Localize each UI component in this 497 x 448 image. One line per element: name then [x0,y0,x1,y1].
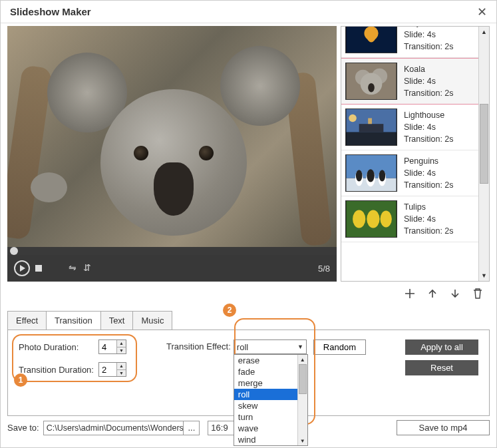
svg-rect-9 [359,124,384,132]
option-wave[interactable]: wave [234,423,297,434]
slide-item[interactable]: Tulips Slide: 4s Transition: 2s [341,196,478,242]
spin-down-icon[interactable]: ▼ [117,370,126,377]
transition-effect-value: roll [237,342,248,352]
save-to-label: Save to: [7,423,39,433]
transition-effect-label: Transition Effect: [166,341,231,351]
preview-decor [154,162,194,216]
flip-vertical-icon[interactable]: ⇵ [83,262,91,273]
add-slide-icon[interactable] [403,287,416,300]
transition-effect-dropdown[interactable]: roll ▼ erase fade merge roll skew turn w… [234,339,307,354]
transition-panel: Photo Duration: ▲▼ Transition Duration: … [7,330,490,416]
window-title: Slideshow Maker [10,6,91,17]
preview-decor [31,172,67,202]
slide-transition: Transition: 2s [404,133,454,145]
save-to-mp4-button[interactable]: Save to mp4 [397,420,490,435]
slide-transition: Transition: 2s [404,41,454,53]
chevron-down-icon: ▼ [297,343,303,350]
tab-effect[interactable]: Effect [7,311,47,330]
preview-decor [7,65,53,240]
photo-duration-label: Photo Duration: [19,342,98,352]
seek-bar[interactable] [7,247,337,255]
tabs: Effect Transition Text Music [7,311,490,330]
slide-name: Tulips [404,201,454,213]
svg-point-22 [367,210,379,228]
photo-duration-stepper[interactable]: ▲▼ [98,339,126,354]
slide-list-scrollbar[interactable]: ▲ ▼ [478,27,489,281]
slide-item[interactable]: Lighthouse Slide: 4s Transition: 2s [341,105,478,150]
tab-transition[interactable]: Transition [46,311,101,330]
option-merge[interactable]: merge [234,377,297,389]
svg-point-11 [349,114,357,122]
flip-horizontal-icon[interactable]: ⇋ [69,262,77,273]
sidebar-column: Jellyfish Slide: 4s Transition: 2s Koala… [341,26,490,306]
slide-counter: 5/8 [318,264,330,274]
scroll-up-icon[interactable]: ▲ [479,27,489,37]
slide-duration: Slide: 4s [404,75,454,87]
scroll-up-icon[interactable]: ▲ [298,355,307,364]
play-button[interactable] [14,260,30,276]
svg-point-17 [367,169,375,182]
slide-thumbnail [345,154,397,192]
browse-button[interactable]: ... [184,421,200,435]
tab-music[interactable]: Music [132,311,172,330]
scroll-grip[interactable] [480,104,488,184]
preview-column: ⇋ ⇵ 5/8 [7,26,337,306]
photo-duration-input[interactable] [99,340,116,353]
preview-image [7,26,337,247]
slide-transition: Transition: 2s [404,179,454,191]
option-erase[interactable]: erase [234,355,297,366]
slide-item[interactable]: Koala Slide: 4s Transition: 2s [341,58,478,105]
option-skew[interactable]: skew [234,400,297,411]
spin-down-icon[interactable]: ▼ [117,347,126,354]
option-fade[interactable]: fade [234,366,297,377]
apply-to-all-button[interactable]: Apply to all [405,339,478,355]
spin-up-icon[interactable]: ▲ [117,363,126,370]
move-down-icon[interactable] [448,287,462,300]
slide-item[interactable]: Jellyfish Slide: 4s Transition: 2s [341,27,478,58]
slide-thumbnail [345,27,397,53]
preview-decor [134,146,148,160]
preview-decor [220,46,300,126]
slide-item[interactable]: Penguins Slide: 4s Transition: 2s [341,150,478,196]
scroll-down-icon[interactable]: ▼ [298,436,307,445]
option-turn[interactable]: turn [234,411,297,423]
slide-thumbnail [345,200,397,238]
stop-button[interactable] [35,265,42,272]
slide-list-toolbar [341,282,490,306]
svg-rect-8 [346,132,396,145]
slide-transition: Transition: 2s [404,225,454,237]
seek-handle[interactable] [10,247,18,255]
svg-point-6 [368,83,375,93]
svg-rect-10 [368,118,372,124]
tab-text[interactable]: Text [100,311,134,330]
slideshow-maker-window: Slideshow Maker ✕ ⇋ ⇵ [0,0,497,448]
spin-up-icon[interactable]: ▲ [117,340,126,347]
close-icon[interactable]: ✕ [477,5,487,19]
option-roll[interactable]: roll [234,389,297,400]
transition-duration-label: Transition Duration: [19,365,98,375]
slide-duration: Slide: 4s [404,29,454,41]
slide-duration: Slide: 4s [404,121,454,133]
transition-duration-input[interactable] [99,363,116,376]
delete-slide-icon[interactable] [471,287,484,300]
transition-duration-stepper[interactable]: ▲▼ [98,362,126,377]
main-content: ⇋ ⇵ 5/8 Jellyfish Slide: 4s Transition: … [1,23,496,306]
move-up-icon[interactable] [426,287,439,300]
scroll-grip[interactable] [299,364,307,394]
slide-transition: Transition: 2s [404,87,454,99]
slide-name: Koala [404,63,454,75]
playback-controls: ⇋ ⇵ 5/8 [7,255,337,282]
dropdown-scrollbar[interactable]: ▲ ▼ [297,355,307,445]
random-button[interactable]: Random [313,339,366,355]
scroll-down-icon[interactable]: ▼ [479,270,489,281]
reset-button[interactable]: Reset [405,360,478,375]
svg-point-23 [381,210,392,227]
svg-point-19 [379,170,386,181]
aspect-ratio-value: 16:9 [211,423,228,433]
slide-thumbnail [345,109,397,146]
slide-duration: Slide: 4s [404,167,454,179]
preview-decor [199,146,214,160]
save-path-field[interactable]: C:\Users\admin\Documents\Wondershare DVD… [43,421,184,435]
option-wind[interactable]: wind [234,434,297,445]
slide-duration: Slide: 4s [404,213,454,225]
